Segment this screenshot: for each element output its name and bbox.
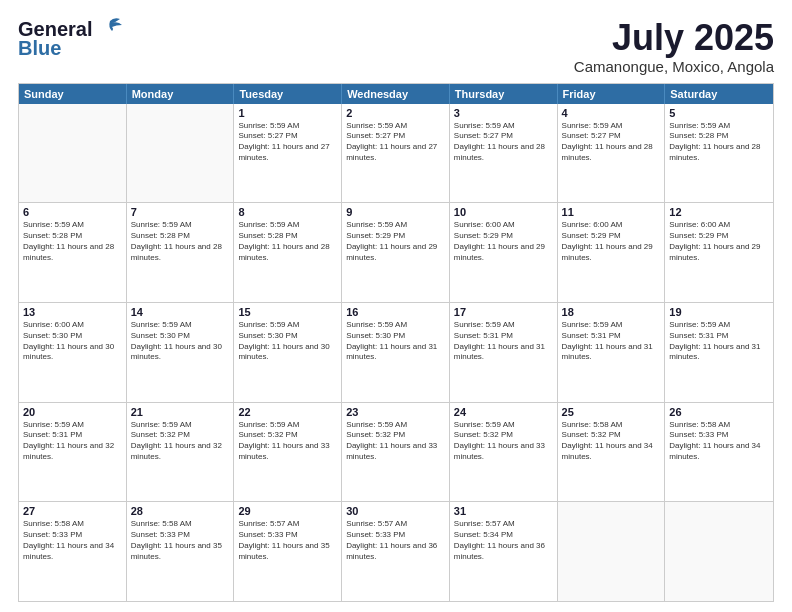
cell-info: Sunrise: 5:59 AM Sunset: 5:31 PM Dayligh…	[669, 320, 769, 363]
calendar-cell	[665, 502, 773, 601]
calendar-row-4: 20Sunrise: 5:59 AM Sunset: 5:31 PM Dayli…	[19, 402, 773, 502]
calendar-cell: 5Sunrise: 5:59 AM Sunset: 5:28 PM Daylig…	[665, 104, 773, 203]
day-number: 12	[669, 206, 769, 218]
calendar-cell: 22Sunrise: 5:59 AM Sunset: 5:32 PM Dayli…	[234, 403, 342, 502]
day-number: 20	[23, 406, 122, 418]
cell-info: Sunrise: 6:00 AM Sunset: 5:29 PM Dayligh…	[669, 220, 769, 263]
calendar-cell: 7Sunrise: 5:59 AM Sunset: 5:28 PM Daylig…	[127, 203, 235, 302]
day-number: 17	[454, 306, 553, 318]
day-number: 6	[23, 206, 122, 218]
calendar-cell: 13Sunrise: 6:00 AM Sunset: 5:30 PM Dayli…	[19, 303, 127, 402]
calendar-cell	[19, 104, 127, 203]
cell-info: Sunrise: 5:57 AM Sunset: 5:34 PM Dayligh…	[454, 519, 553, 562]
day-header-monday: Monday	[127, 84, 235, 104]
cell-info: Sunrise: 5:59 AM Sunset: 5:28 PM Dayligh…	[669, 121, 769, 164]
cell-info: Sunrise: 5:59 AM Sunset: 5:32 PM Dayligh…	[454, 420, 553, 463]
cell-info: Sunrise: 6:00 AM Sunset: 5:30 PM Dayligh…	[23, 320, 122, 363]
day-number: 7	[131, 206, 230, 218]
cell-info: Sunrise: 5:59 AM Sunset: 5:28 PM Dayligh…	[23, 220, 122, 263]
day-number: 10	[454, 206, 553, 218]
day-header-sunday: Sunday	[19, 84, 127, 104]
calendar-cell	[127, 104, 235, 203]
calendar-cell: 2Sunrise: 5:59 AM Sunset: 5:27 PM Daylig…	[342, 104, 450, 203]
cell-info: Sunrise: 5:59 AM Sunset: 5:30 PM Dayligh…	[238, 320, 337, 363]
calendar-row-3: 13Sunrise: 6:00 AM Sunset: 5:30 PM Dayli…	[19, 302, 773, 402]
day-header-saturday: Saturday	[665, 84, 773, 104]
calendar-cell: 24Sunrise: 5:59 AM Sunset: 5:32 PM Dayli…	[450, 403, 558, 502]
calendar-header: SundayMondayTuesdayWednesdayThursdayFrid…	[19, 84, 773, 104]
day-number: 14	[131, 306, 230, 318]
day-number: 18	[562, 306, 661, 318]
calendar-cell: 17Sunrise: 5:59 AM Sunset: 5:31 PM Dayli…	[450, 303, 558, 402]
cell-info: Sunrise: 5:59 AM Sunset: 5:27 PM Dayligh…	[238, 121, 337, 164]
cell-info: Sunrise: 5:59 AM Sunset: 5:31 PM Dayligh…	[23, 420, 122, 463]
day-number: 4	[562, 107, 661, 119]
day-header-wednesday: Wednesday	[342, 84, 450, 104]
day-number: 9	[346, 206, 445, 218]
calendar-cell	[558, 502, 666, 601]
cell-info: Sunrise: 5:59 AM Sunset: 5:32 PM Dayligh…	[346, 420, 445, 463]
cell-info: Sunrise: 5:58 AM Sunset: 5:33 PM Dayligh…	[131, 519, 230, 562]
day-number: 30	[346, 505, 445, 517]
calendar-cell: 20Sunrise: 5:59 AM Sunset: 5:31 PM Dayli…	[19, 403, 127, 502]
cell-info: Sunrise: 5:58 AM Sunset: 5:33 PM Dayligh…	[23, 519, 122, 562]
day-number: 21	[131, 406, 230, 418]
day-number: 27	[23, 505, 122, 517]
calendar-cell: 23Sunrise: 5:59 AM Sunset: 5:32 PM Dayli…	[342, 403, 450, 502]
day-number: 31	[454, 505, 553, 517]
calendar-row-1: 1Sunrise: 5:59 AM Sunset: 5:27 PM Daylig…	[19, 104, 773, 203]
cell-info: Sunrise: 5:58 AM Sunset: 5:32 PM Dayligh…	[562, 420, 661, 463]
day-number: 1	[238, 107, 337, 119]
calendar-row-5: 27Sunrise: 5:58 AM Sunset: 5:33 PM Dayli…	[19, 501, 773, 601]
day-number: 25	[562, 406, 661, 418]
cell-info: Sunrise: 6:00 AM Sunset: 5:29 PM Dayligh…	[562, 220, 661, 263]
day-number: 23	[346, 406, 445, 418]
day-header-tuesday: Tuesday	[234, 84, 342, 104]
cell-info: Sunrise: 5:59 AM Sunset: 5:31 PM Dayligh…	[562, 320, 661, 363]
calendar-cell: 9Sunrise: 5:59 AM Sunset: 5:29 PM Daylig…	[342, 203, 450, 302]
calendar-cell: 27Sunrise: 5:58 AM Sunset: 5:33 PM Dayli…	[19, 502, 127, 601]
cell-info: Sunrise: 5:59 AM Sunset: 5:30 PM Dayligh…	[131, 320, 230, 363]
day-number: 26	[669, 406, 769, 418]
logo-bird-icon	[96, 17, 124, 39]
calendar-cell: 26Sunrise: 5:58 AM Sunset: 5:33 PM Dayli…	[665, 403, 773, 502]
calendar-cell: 16Sunrise: 5:59 AM Sunset: 5:30 PM Dayli…	[342, 303, 450, 402]
calendar-cell: 18Sunrise: 5:59 AM Sunset: 5:31 PM Dayli…	[558, 303, 666, 402]
cell-info: Sunrise: 5:57 AM Sunset: 5:33 PM Dayligh…	[238, 519, 337, 562]
day-number: 13	[23, 306, 122, 318]
calendar-cell: 19Sunrise: 5:59 AM Sunset: 5:31 PM Dayli…	[665, 303, 773, 402]
logo-blue-text: Blue	[18, 37, 61, 60]
cell-info: Sunrise: 5:59 AM Sunset: 5:27 PM Dayligh…	[562, 121, 661, 164]
calendar-cell: 28Sunrise: 5:58 AM Sunset: 5:33 PM Dayli…	[127, 502, 235, 601]
day-number: 8	[238, 206, 337, 218]
cell-info: Sunrise: 5:59 AM Sunset: 5:27 PM Dayligh…	[346, 121, 445, 164]
calendar-cell: 10Sunrise: 6:00 AM Sunset: 5:29 PM Dayli…	[450, 203, 558, 302]
header: General Blue July 2025 Camanongue, Moxic…	[18, 18, 774, 75]
calendar-cell: 31Sunrise: 5:57 AM Sunset: 5:34 PM Dayli…	[450, 502, 558, 601]
calendar-cell: 30Sunrise: 5:57 AM Sunset: 5:33 PM Dayli…	[342, 502, 450, 601]
subtitle: Camanongue, Moxico, Angola	[574, 58, 774, 75]
cell-info: Sunrise: 5:59 AM Sunset: 5:30 PM Dayligh…	[346, 320, 445, 363]
calendar-cell: 6Sunrise: 5:59 AM Sunset: 5:28 PM Daylig…	[19, 203, 127, 302]
title-block: July 2025 Camanongue, Moxico, Angola	[574, 18, 774, 75]
day-header-thursday: Thursday	[450, 84, 558, 104]
calendar-cell: 3Sunrise: 5:59 AM Sunset: 5:27 PM Daylig…	[450, 104, 558, 203]
calendar-row-2: 6Sunrise: 5:59 AM Sunset: 5:28 PM Daylig…	[19, 202, 773, 302]
day-number: 2	[346, 107, 445, 119]
calendar-cell: 14Sunrise: 5:59 AM Sunset: 5:30 PM Dayli…	[127, 303, 235, 402]
calendar-cell: 29Sunrise: 5:57 AM Sunset: 5:33 PM Dayli…	[234, 502, 342, 601]
month-title: July 2025	[574, 18, 774, 58]
calendar-cell: 4Sunrise: 5:59 AM Sunset: 5:27 PM Daylig…	[558, 104, 666, 203]
calendar: SundayMondayTuesdayWednesdayThursdayFrid…	[18, 83, 774, 602]
cell-info: Sunrise: 5:59 AM Sunset: 5:29 PM Dayligh…	[346, 220, 445, 263]
page: General Blue July 2025 Camanongue, Moxic…	[0, 0, 792, 612]
calendar-cell: 1Sunrise: 5:59 AM Sunset: 5:27 PM Daylig…	[234, 104, 342, 203]
cell-info: Sunrise: 5:59 AM Sunset: 5:28 PM Dayligh…	[131, 220, 230, 263]
day-header-friday: Friday	[558, 84, 666, 104]
calendar-cell: 15Sunrise: 5:59 AM Sunset: 5:30 PM Dayli…	[234, 303, 342, 402]
day-number: 28	[131, 505, 230, 517]
calendar-cell: 11Sunrise: 6:00 AM Sunset: 5:29 PM Dayli…	[558, 203, 666, 302]
calendar-body: 1Sunrise: 5:59 AM Sunset: 5:27 PM Daylig…	[19, 104, 773, 601]
cell-info: Sunrise: 6:00 AM Sunset: 5:29 PM Dayligh…	[454, 220, 553, 263]
calendar-cell: 8Sunrise: 5:59 AM Sunset: 5:28 PM Daylig…	[234, 203, 342, 302]
